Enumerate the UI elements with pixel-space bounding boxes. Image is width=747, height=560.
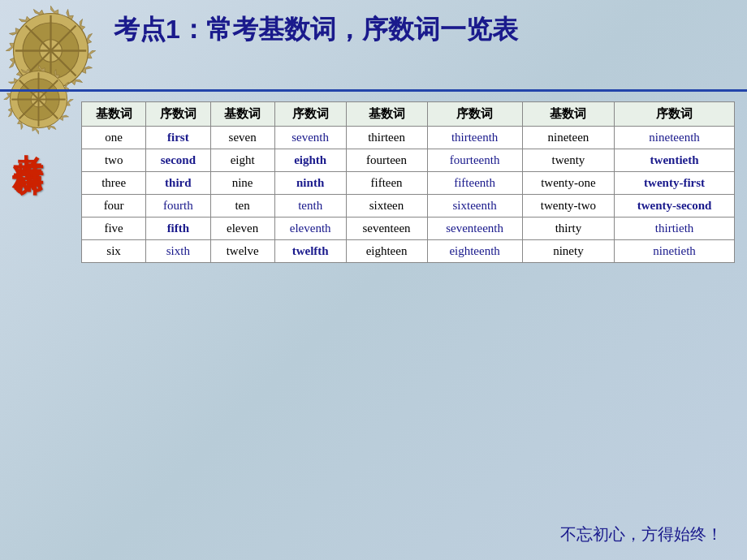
table-cell: twenty-two bbox=[522, 195, 615, 218]
table-cell: sixteenth bbox=[427, 195, 522, 218]
table-row: threethirdnineninthfifteenfifteenthtwent… bbox=[82, 172, 735, 195]
table-row: sixsixthtwelvetwelftheighteeneighteenthn… bbox=[82, 240, 735, 263]
table-cell: fourteenth bbox=[427, 149, 522, 172]
table-cell: sixth bbox=[146, 240, 210, 263]
table-cell: twenty-second bbox=[615, 195, 735, 218]
page-title: 考点1：常考基数词，序数词一览表 bbox=[114, 15, 518, 44]
table-cell: third bbox=[146, 172, 210, 195]
vocab-table: 基数词序数词基数词序数词基数词序数词基数词序数词 onefirstsevense… bbox=[81, 101, 735, 263]
table-cell: five bbox=[82, 218, 146, 240]
table-cell: second bbox=[146, 149, 210, 172]
vocab-table-container: 基数词序数词基数词序数词基数词序数词基数词序数词 onefirstsevense… bbox=[81, 101, 735, 519]
table-row: twosecondeighteighthfourteenfourteenthtw… bbox=[82, 149, 735, 172]
table-row: fourfourthtententhsixteensixteenthtwenty… bbox=[82, 195, 735, 218]
table-cell: twenty bbox=[522, 149, 615, 172]
table-cell: eighteen bbox=[346, 240, 427, 263]
column-header: 基数词 bbox=[346, 102, 427, 127]
table-cell: three bbox=[82, 172, 146, 195]
table-row: onefirstsevensevenththirteenthirteenthni… bbox=[82, 127, 735, 149]
table-row: fivefiftheleveneleventhseventeenseventee… bbox=[82, 218, 735, 240]
table-cell: four bbox=[82, 195, 146, 218]
table-cell: ten bbox=[210, 195, 274, 218]
column-header: 序数词 bbox=[146, 102, 210, 127]
table-cell: eighteenth bbox=[427, 240, 522, 263]
column-header: 序数词 bbox=[615, 102, 735, 127]
table-cell: eleven bbox=[210, 218, 274, 240]
table-cell: thirtieth bbox=[615, 218, 735, 240]
table-cell: fourteen bbox=[346, 149, 427, 172]
table-cell: thirteenth bbox=[427, 127, 522, 149]
table-cell: ninth bbox=[274, 172, 346, 195]
table-cell: eighth bbox=[274, 149, 346, 172]
table-cell: six bbox=[82, 240, 146, 263]
table-cell: one bbox=[82, 127, 146, 149]
side-vertical-text: 考点精讲 bbox=[10, 130, 44, 143]
table-cell: ninety bbox=[522, 240, 615, 263]
divider-line bbox=[0, 89, 747, 92]
table-cell: nineteen bbox=[522, 127, 615, 149]
column-header: 基数词 bbox=[522, 102, 615, 127]
table-cell: twelfth bbox=[274, 240, 346, 263]
table-cell: eleventh bbox=[274, 218, 346, 240]
table-cell: first bbox=[146, 127, 210, 149]
title-area: 考点1：常考基数词，序数词一览表 bbox=[114, 12, 731, 48]
table-cell: thirty bbox=[522, 218, 615, 240]
table-cell: fourth bbox=[146, 195, 210, 218]
table-cell: thirteen bbox=[346, 127, 427, 149]
table-cell: nine bbox=[210, 172, 274, 195]
table-header-row: 基数词序数词基数词序数词基数词序数词基数词序数词 bbox=[82, 102, 735, 127]
column-header: 序数词 bbox=[427, 102, 522, 127]
table-cell: twelve bbox=[210, 240, 274, 263]
table-cell: tenth bbox=[274, 195, 346, 218]
table-cell: nineteenth bbox=[615, 127, 735, 149]
table-cell: twenty-one bbox=[522, 172, 615, 195]
table-cell: ninetieth bbox=[615, 240, 735, 263]
table-cell: eight bbox=[210, 149, 274, 172]
gear-bottom-left-icon bbox=[0, 61, 77, 138]
table-cell: fifteen bbox=[346, 172, 427, 195]
table-cell: fifth bbox=[146, 218, 210, 240]
table-cell: two bbox=[82, 149, 146, 172]
table-cell: seven bbox=[210, 127, 274, 149]
bottom-motto: 不忘初心，方得始终！ bbox=[560, 523, 723, 545]
table-cell: fifteenth bbox=[427, 172, 522, 195]
table-cell: seventeen bbox=[346, 218, 427, 240]
table-cell: twenty-first bbox=[615, 172, 735, 195]
table-cell: sixteen bbox=[346, 195, 427, 218]
table-cell: seventeenth bbox=[427, 218, 522, 240]
table-cell: twentieth bbox=[615, 149, 735, 172]
table-cell: seventh bbox=[274, 127, 346, 149]
column-header: 序数词 bbox=[274, 102, 346, 127]
column-header: 基数词 bbox=[82, 102, 146, 127]
column-header: 基数词 bbox=[210, 102, 274, 127]
